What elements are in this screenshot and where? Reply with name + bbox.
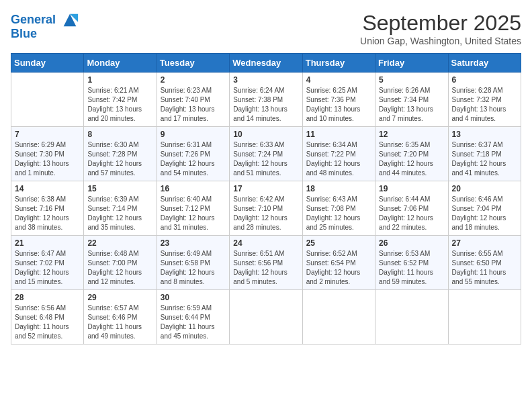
calendar-week-row: 14Sunrise: 6:38 AM Sunset: 7:16 PM Dayli… xyxy=(11,181,521,236)
calendar-cell xyxy=(375,290,448,345)
day-number: 27 xyxy=(452,238,517,248)
calendar-cell: 3Sunrise: 6:24 AM Sunset: 7:38 PM Daylig… xyxy=(230,73,302,127)
day-info: Sunrise: 6:35 AM Sunset: 7:20 PM Dayligh… xyxy=(379,140,444,178)
day-number: 5 xyxy=(379,75,444,85)
day-number: 30 xyxy=(161,293,226,302)
calendar-cell: 23Sunrise: 6:49 AM Sunset: 6:58 PM Dayli… xyxy=(157,236,229,290)
calendar-cell: 13Sunrise: 6:37 AM Sunset: 7:18 PM Dayli… xyxy=(448,127,521,181)
day-number: 10 xyxy=(233,130,298,139)
day-number: 12 xyxy=(379,130,444,139)
day-info: Sunrise: 6:40 AM Sunset: 7:12 PM Dayligh… xyxy=(161,195,226,232)
day-number: 20 xyxy=(452,184,517,193)
calendar-cell: 30Sunrise: 6:59 AM Sunset: 6:44 PM Dayli… xyxy=(157,290,229,345)
day-number: 17 xyxy=(233,184,298,193)
day-number: 8 xyxy=(87,130,152,139)
day-info: Sunrise: 6:33 AM Sunset: 7:24 PM Dayligh… xyxy=(233,140,298,178)
day-number: 3 xyxy=(233,75,298,85)
calendar-cell: 2Sunrise: 6:23 AM Sunset: 7:40 PM Daylig… xyxy=(157,73,229,127)
day-number: 15 xyxy=(87,184,152,193)
weekday-header: Monday xyxy=(84,54,157,73)
calendar-cell: 22Sunrise: 6:48 AM Sunset: 7:00 PM Dayli… xyxy=(84,236,157,290)
page-header: General Blue September 2025 Union Gap, W… xyxy=(11,11,521,46)
day-info: Sunrise: 6:42 AM Sunset: 7:10 PM Dayligh… xyxy=(233,195,298,232)
day-info: Sunrise: 6:24 AM Sunset: 7:38 PM Dayligh… xyxy=(233,86,298,124)
day-number: 28 xyxy=(15,293,80,302)
calendar-cell: 11Sunrise: 6:34 AM Sunset: 7:22 PM Dayli… xyxy=(302,127,375,181)
logo: General Blue xyxy=(11,11,79,41)
day-info: Sunrise: 6:48 AM Sunset: 7:00 PM Dayligh… xyxy=(87,249,152,287)
weekday-header: Saturday xyxy=(448,54,521,73)
weekday-header: Wednesday xyxy=(230,54,302,73)
calendar-cell: 6Sunrise: 6:28 AM Sunset: 7:32 PM Daylig… xyxy=(448,73,521,127)
day-number: 18 xyxy=(306,184,371,193)
calendar-week-row: 7Sunrise: 6:29 AM Sunset: 7:30 PM Daylig… xyxy=(11,127,521,181)
day-info: Sunrise: 6:59 AM Sunset: 6:44 PM Dayligh… xyxy=(161,304,226,341)
calendar-cell: 17Sunrise: 6:42 AM Sunset: 7:10 PM Dayli… xyxy=(230,181,302,236)
day-number: 2 xyxy=(161,75,226,85)
day-info: Sunrise: 6:28 AM Sunset: 7:32 PM Dayligh… xyxy=(452,86,517,124)
weekday-header: Thursday xyxy=(302,54,375,73)
day-number: 25 xyxy=(306,238,371,248)
weekday-header: Sunday xyxy=(11,54,84,73)
day-info: Sunrise: 6:52 AM Sunset: 6:54 PM Dayligh… xyxy=(306,249,371,287)
day-number: 13 xyxy=(452,130,517,139)
calendar-cell: 29Sunrise: 6:57 AM Sunset: 6:46 PM Dayli… xyxy=(84,290,157,345)
day-info: Sunrise: 6:34 AM Sunset: 7:22 PM Dayligh… xyxy=(306,140,371,178)
calendar-cell: 4Sunrise: 6:25 AM Sunset: 7:36 PM Daylig… xyxy=(302,73,375,127)
day-info: Sunrise: 6:46 AM Sunset: 7:04 PM Dayligh… xyxy=(452,195,517,232)
calendar-cell: 14Sunrise: 6:38 AM Sunset: 7:16 PM Dayli… xyxy=(11,181,84,236)
calendar-cell: 25Sunrise: 6:52 AM Sunset: 6:54 PM Dayli… xyxy=(302,236,375,290)
calendar-cell: 10Sunrise: 6:33 AM Sunset: 7:24 PM Dayli… xyxy=(230,127,302,181)
day-info: Sunrise: 6:31 AM Sunset: 7:26 PM Dayligh… xyxy=(161,140,226,178)
day-info: Sunrise: 6:57 AM Sunset: 6:46 PM Dayligh… xyxy=(87,304,152,341)
day-info: Sunrise: 6:26 AM Sunset: 7:34 PM Dayligh… xyxy=(379,86,444,124)
day-info: Sunrise: 6:53 AM Sunset: 6:52 PM Dayligh… xyxy=(379,249,444,287)
day-info: Sunrise: 6:37 AM Sunset: 7:18 PM Dayligh… xyxy=(452,140,517,178)
day-number: 14 xyxy=(15,184,80,193)
location-subtitle: Union Gap, Washington, United States xyxy=(360,36,521,46)
month-title: September 2025 xyxy=(360,11,521,36)
calendar-cell: 9Sunrise: 6:31 AM Sunset: 7:26 PM Daylig… xyxy=(157,127,229,181)
day-number: 11 xyxy=(306,130,371,139)
calendar-week-row: 1Sunrise: 6:21 AM Sunset: 7:42 PM Daylig… xyxy=(11,73,521,127)
calendar-cell xyxy=(11,73,84,127)
day-info: Sunrise: 6:30 AM Sunset: 7:28 PM Dayligh… xyxy=(87,140,152,178)
calendar-cell: 24Sunrise: 6:51 AM Sunset: 6:56 PM Dayli… xyxy=(230,236,302,290)
day-number: 19 xyxy=(379,184,444,193)
day-number: 7 xyxy=(15,130,80,139)
day-number: 6 xyxy=(452,75,517,85)
calendar-week-row: 28Sunrise: 6:56 AM Sunset: 6:48 PM Dayli… xyxy=(11,290,521,345)
calendar-cell: 26Sunrise: 6:53 AM Sunset: 6:52 PM Dayli… xyxy=(375,236,448,290)
calendar-cell: 19Sunrise: 6:44 AM Sunset: 7:06 PM Dayli… xyxy=(375,181,448,236)
day-info: Sunrise: 6:21 AM Sunset: 7:42 PM Dayligh… xyxy=(87,86,152,124)
day-info: Sunrise: 6:39 AM Sunset: 7:14 PM Dayligh… xyxy=(87,195,152,232)
calendar-cell: 1Sunrise: 6:21 AM Sunset: 7:42 PM Daylig… xyxy=(84,73,157,127)
weekday-header: Friday xyxy=(375,54,448,73)
calendar-cell: 28Sunrise: 6:56 AM Sunset: 6:48 PM Dayli… xyxy=(11,290,84,345)
day-number: 22 xyxy=(87,238,152,248)
day-info: Sunrise: 6:51 AM Sunset: 6:56 PM Dayligh… xyxy=(233,249,298,287)
day-info: Sunrise: 6:44 AM Sunset: 7:06 PM Dayligh… xyxy=(379,195,444,232)
calendar-cell xyxy=(230,290,302,345)
calendar-cell: 27Sunrise: 6:55 AM Sunset: 6:50 PM Dayli… xyxy=(448,236,521,290)
calendar-cell xyxy=(448,290,521,345)
weekday-header: Tuesday xyxy=(157,54,229,73)
calendar-cell: 7Sunrise: 6:29 AM Sunset: 7:30 PM Daylig… xyxy=(11,127,84,181)
day-info: Sunrise: 6:43 AM Sunset: 7:08 PM Dayligh… xyxy=(306,195,371,232)
calendar-cell: 18Sunrise: 6:43 AM Sunset: 7:08 PM Dayli… xyxy=(302,181,375,236)
day-number: 21 xyxy=(15,238,80,248)
title-block: September 2025 Union Gap, Washington, Un… xyxy=(360,11,521,46)
calendar-cell: 16Sunrise: 6:40 AM Sunset: 7:12 PM Dayli… xyxy=(157,181,229,236)
calendar-cell: 20Sunrise: 6:46 AM Sunset: 7:04 PM Dayli… xyxy=(448,181,521,236)
calendar-cell: 15Sunrise: 6:39 AM Sunset: 7:14 PM Dayli… xyxy=(84,181,157,236)
day-number: 24 xyxy=(233,238,298,248)
day-info: Sunrise: 6:47 AM Sunset: 7:02 PM Dayligh… xyxy=(15,249,80,287)
day-number: 9 xyxy=(161,130,226,139)
weekday-header-row: SundayMondayTuesdayWednesdayThursdayFrid… xyxy=(11,54,521,73)
calendar-cell: 5Sunrise: 6:26 AM Sunset: 7:34 PM Daylig… xyxy=(375,73,448,127)
calendar-table: SundayMondayTuesdayWednesdayThursdayFrid… xyxy=(11,53,521,345)
day-info: Sunrise: 6:49 AM Sunset: 6:58 PM Dayligh… xyxy=(161,249,226,287)
calendar-cell: 21Sunrise: 6:47 AM Sunset: 7:02 PM Dayli… xyxy=(11,236,84,290)
calendar-week-row: 21Sunrise: 6:47 AM Sunset: 7:02 PM Dayli… xyxy=(11,236,521,290)
day-info: Sunrise: 6:55 AM Sunset: 6:50 PM Dayligh… xyxy=(452,249,517,287)
